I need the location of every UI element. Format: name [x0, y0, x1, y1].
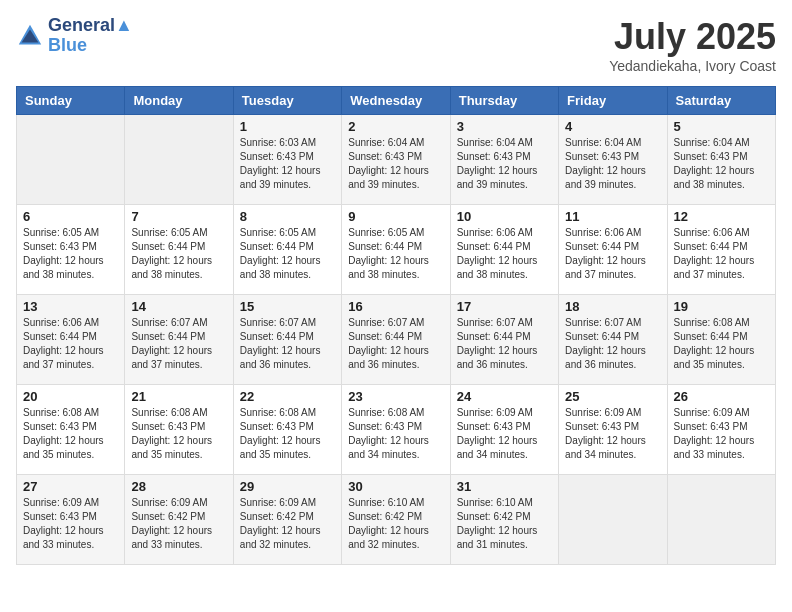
calendar-cell: 4 Sunrise: 6:04 AMSunset: 6:43 PMDayligh…: [559, 115, 667, 205]
calendar-cell: 12 Sunrise: 6:06 AMSunset: 6:44 PMDaylig…: [667, 205, 775, 295]
calendar-cell: 17 Sunrise: 6:07 AMSunset: 6:44 PMDaylig…: [450, 295, 558, 385]
day-info: Sunrise: 6:04 AMSunset: 6:43 PMDaylight:…: [565, 136, 660, 192]
day-info: Sunrise: 6:07 AMSunset: 6:44 PMDaylight:…: [565, 316, 660, 372]
day-info: Sunrise: 6:08 AMSunset: 6:43 PMDaylight:…: [131, 406, 226, 462]
day-number: 21: [131, 389, 226, 404]
day-info: Sunrise: 6:09 AMSunset: 6:43 PMDaylight:…: [457, 406, 552, 462]
day-info: Sunrise: 6:04 AMSunset: 6:43 PMDaylight:…: [674, 136, 769, 192]
day-number: 26: [674, 389, 769, 404]
day-number: 13: [23, 299, 118, 314]
day-number: 16: [348, 299, 443, 314]
calendar-week-row: 1 Sunrise: 6:03 AMSunset: 6:43 PMDayligh…: [17, 115, 776, 205]
day-info: Sunrise: 6:09 AMSunset: 6:42 PMDaylight:…: [131, 496, 226, 552]
calendar-cell: [667, 475, 775, 565]
calendar-cell: 15 Sunrise: 6:07 AMSunset: 6:44 PMDaylig…: [233, 295, 341, 385]
calendar-cell: 29 Sunrise: 6:09 AMSunset: 6:42 PMDaylig…: [233, 475, 341, 565]
calendar-cell: 6 Sunrise: 6:05 AMSunset: 6:43 PMDayligh…: [17, 205, 125, 295]
day-info: Sunrise: 6:09 AMSunset: 6:43 PMDaylight:…: [23, 496, 118, 552]
calendar-week-row: 27 Sunrise: 6:09 AMSunset: 6:43 PMDaylig…: [17, 475, 776, 565]
day-info: Sunrise: 6:09 AMSunset: 6:43 PMDaylight:…: [674, 406, 769, 462]
day-number: 11: [565, 209, 660, 224]
day-info: Sunrise: 6:06 AMSunset: 6:44 PMDaylight:…: [457, 226, 552, 282]
day-number: 12: [674, 209, 769, 224]
calendar-cell: 26 Sunrise: 6:09 AMSunset: 6:43 PMDaylig…: [667, 385, 775, 475]
calendar-cell: 18 Sunrise: 6:07 AMSunset: 6:44 PMDaylig…: [559, 295, 667, 385]
day-number: 29: [240, 479, 335, 494]
day-number: 27: [23, 479, 118, 494]
calendar-cell: 27 Sunrise: 6:09 AMSunset: 6:43 PMDaylig…: [17, 475, 125, 565]
calendar-cell: 16 Sunrise: 6:07 AMSunset: 6:44 PMDaylig…: [342, 295, 450, 385]
location: Yedandiekaha, Ivory Coast: [609, 58, 776, 74]
day-info: Sunrise: 6:06 AMSunset: 6:44 PMDaylight:…: [23, 316, 118, 372]
day-number: 22: [240, 389, 335, 404]
day-number: 9: [348, 209, 443, 224]
calendar-cell: 25 Sunrise: 6:09 AMSunset: 6:43 PMDaylig…: [559, 385, 667, 475]
day-info: Sunrise: 6:07 AMSunset: 6:44 PMDaylight:…: [240, 316, 335, 372]
logo-icon: [16, 22, 44, 50]
day-number: 18: [565, 299, 660, 314]
col-thursday: Thursday: [450, 87, 558, 115]
day-number: 7: [131, 209, 226, 224]
calendar-cell: 1 Sunrise: 6:03 AMSunset: 6:43 PMDayligh…: [233, 115, 341, 205]
calendar-week-row: 13 Sunrise: 6:06 AMSunset: 6:44 PMDaylig…: [17, 295, 776, 385]
calendar-week-row: 20 Sunrise: 6:08 AMSunset: 6:43 PMDaylig…: [17, 385, 776, 475]
col-saturday: Saturday: [667, 87, 775, 115]
day-info: Sunrise: 6:10 AMSunset: 6:42 PMDaylight:…: [348, 496, 443, 552]
day-info: Sunrise: 6:05 AMSunset: 6:43 PMDaylight:…: [23, 226, 118, 282]
logo: General▲ Blue: [16, 16, 133, 56]
calendar-cell: 22 Sunrise: 6:08 AMSunset: 6:43 PMDaylig…: [233, 385, 341, 475]
day-number: 6: [23, 209, 118, 224]
col-sunday: Sunday: [17, 87, 125, 115]
calendar-cell: 2 Sunrise: 6:04 AMSunset: 6:43 PMDayligh…: [342, 115, 450, 205]
calendar-cell: 14 Sunrise: 6:07 AMSunset: 6:44 PMDaylig…: [125, 295, 233, 385]
day-info: Sunrise: 6:07 AMSunset: 6:44 PMDaylight:…: [348, 316, 443, 372]
calendar-cell: 3 Sunrise: 6:04 AMSunset: 6:43 PMDayligh…: [450, 115, 558, 205]
col-monday: Monday: [125, 87, 233, 115]
calendar-table: Sunday Monday Tuesday Wednesday Thursday…: [16, 86, 776, 565]
day-number: 2: [348, 119, 443, 134]
calendar-cell: [125, 115, 233, 205]
day-info: Sunrise: 6:04 AMSunset: 6:43 PMDaylight:…: [348, 136, 443, 192]
month-title: July 2025: [609, 16, 776, 58]
calendar-cell: 30 Sunrise: 6:10 AMSunset: 6:42 PMDaylig…: [342, 475, 450, 565]
day-info: Sunrise: 6:04 AMSunset: 6:43 PMDaylight:…: [457, 136, 552, 192]
day-number: 30: [348, 479, 443, 494]
calendar-cell: 24 Sunrise: 6:09 AMSunset: 6:43 PMDaylig…: [450, 385, 558, 475]
col-wednesday: Wednesday: [342, 87, 450, 115]
day-number: 10: [457, 209, 552, 224]
day-number: 4: [565, 119, 660, 134]
day-number: 23: [348, 389, 443, 404]
title-area: July 2025 Yedandiekaha, Ivory Coast: [609, 16, 776, 74]
day-number: 14: [131, 299, 226, 314]
calendar-week-row: 6 Sunrise: 6:05 AMSunset: 6:43 PMDayligh…: [17, 205, 776, 295]
day-number: 20: [23, 389, 118, 404]
day-number: 31: [457, 479, 552, 494]
day-number: 19: [674, 299, 769, 314]
day-info: Sunrise: 6:08 AMSunset: 6:43 PMDaylight:…: [240, 406, 335, 462]
day-number: 3: [457, 119, 552, 134]
calendar-cell: 11 Sunrise: 6:06 AMSunset: 6:44 PMDaylig…: [559, 205, 667, 295]
day-number: 1: [240, 119, 335, 134]
day-info: Sunrise: 6:07 AMSunset: 6:44 PMDaylight:…: [131, 316, 226, 372]
calendar-cell: 31 Sunrise: 6:10 AMSunset: 6:42 PMDaylig…: [450, 475, 558, 565]
day-info: Sunrise: 6:08 AMSunset: 6:44 PMDaylight:…: [674, 316, 769, 372]
day-number: 28: [131, 479, 226, 494]
col-friday: Friday: [559, 87, 667, 115]
calendar-cell: 10 Sunrise: 6:06 AMSunset: 6:44 PMDaylig…: [450, 205, 558, 295]
calendar-cell: [17, 115, 125, 205]
day-info: Sunrise: 6:03 AMSunset: 6:43 PMDaylight:…: [240, 136, 335, 192]
calendar-cell: 28 Sunrise: 6:09 AMSunset: 6:42 PMDaylig…: [125, 475, 233, 565]
day-number: 5: [674, 119, 769, 134]
calendar-cell: 13 Sunrise: 6:06 AMSunset: 6:44 PMDaylig…: [17, 295, 125, 385]
day-info: Sunrise: 6:09 AMSunset: 6:42 PMDaylight:…: [240, 496, 335, 552]
day-info: Sunrise: 6:07 AMSunset: 6:44 PMDaylight:…: [457, 316, 552, 372]
calendar-cell: 19 Sunrise: 6:08 AMSunset: 6:44 PMDaylig…: [667, 295, 775, 385]
calendar-cell: 20 Sunrise: 6:08 AMSunset: 6:43 PMDaylig…: [17, 385, 125, 475]
day-number: 8: [240, 209, 335, 224]
calendar-header-row: Sunday Monday Tuesday Wednesday Thursday…: [17, 87, 776, 115]
calendar-cell: [559, 475, 667, 565]
day-info: Sunrise: 6:05 AMSunset: 6:44 PMDaylight:…: [131, 226, 226, 282]
day-number: 17: [457, 299, 552, 314]
calendar-cell: 7 Sunrise: 6:05 AMSunset: 6:44 PMDayligh…: [125, 205, 233, 295]
day-info: Sunrise: 6:05 AMSunset: 6:44 PMDaylight:…: [348, 226, 443, 282]
